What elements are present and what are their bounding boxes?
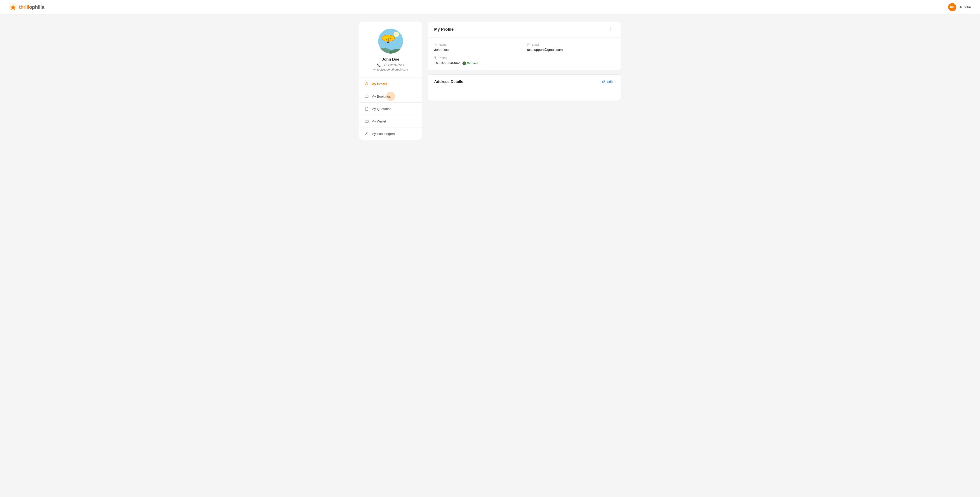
svg-point-14 (366, 132, 368, 134)
svg-point-9 (366, 83, 368, 84)
svg-point-6 (387, 41, 389, 42)
address-card-header: Address Details Edit (428, 75, 621, 89)
profile-card: My Profile ⋮ Name John Doe (428, 21, 621, 71)
sidebar-item-my-bookings[interactable]: My Bookings (359, 90, 422, 102)
phone-field-group: Phone +91 9220340562 ✓ Verified (434, 56, 522, 65)
edit-icon (602, 80, 605, 83)
sidebar-item-my-quotation[interactable]: My Quotation (359, 103, 422, 115)
content-area: My Profile ⋮ Name John Doe (428, 21, 621, 101)
profile-fields-row-1: Name John Doe Email testsupport@gmail (434, 43, 614, 51)
svg-rect-10 (365, 95, 368, 98)
email-icon: ✉ (373, 68, 376, 71)
sidebar-profile-section: John Doe 📞 +91 9220340562 ✉ testsupport@… (359, 21, 422, 78)
email-field-group: Email testsupport@gmail.com (527, 43, 614, 51)
header: thrillophilia KP Hi, John (0, 0, 980, 14)
address-card-title: Address Details (434, 80, 463, 84)
sidebar-item-my-wallet[interactable]: My Wallet (359, 115, 422, 127)
sidebar-nav: My Profile My Bookings (359, 78, 422, 140)
logo-icon (9, 3, 17, 11)
name-label: Name (434, 43, 522, 46)
nav-item-my-bookings: My Bookings (359, 90, 422, 103)
profile-card-body: Name John Doe Email testsupport@gmail (428, 38, 621, 70)
main-container: John Doe 📞 +91 9220340562 ✉ testsupport@… (355, 21, 625, 140)
avatar (378, 29, 403, 54)
sidebar-user-name: John Doe (382, 57, 399, 62)
phone-icon-field (434, 56, 438, 59)
nav-item-my-profile: My Profile (359, 78, 422, 90)
sidebar-item-my-passengers[interactable]: My Passengers (359, 127, 422, 140)
user-greeting: Hi, John (959, 5, 971, 9)
sidebar: John Doe 📞 +91 9220340562 ✉ testsupport@… (359, 21, 422, 140)
nav-item-my-quotation: My Quotation (359, 103, 422, 115)
bookings-icon (364, 94, 369, 98)
empty-field-group (527, 56, 614, 65)
more-options-button[interactable]: ⋮ (606, 26, 614, 33)
verified-badge: ✓ Verified (463, 62, 477, 65)
sidebar-user-phone: 📞 +91 9220340562 (377, 64, 404, 67)
email-value: testsupport@gmail.com (527, 48, 614, 51)
svg-point-15 (435, 44, 436, 45)
nav-item-my-wallet: My Wallet (359, 115, 422, 127)
wallet-icon (364, 119, 369, 123)
address-card: Address Details Edit (428, 74, 621, 101)
person-icon (434, 43, 438, 46)
svg-point-3 (393, 32, 399, 37)
passengers-icon (364, 132, 369, 135)
nav-item-my-passengers: My Passengers (359, 127, 422, 140)
logo[interactable]: thrillophilia (9, 3, 44, 11)
quotation-icon (364, 107, 369, 111)
sidebar-item-my-profile[interactable]: My Profile (359, 78, 422, 90)
phone-icon: 📞 (377, 64, 381, 67)
verified-check-icon: ✓ (463, 62, 466, 65)
address-card-body (428, 89, 621, 100)
name-value: John Doe (434, 48, 522, 51)
profile-fields-row-2: Phone +91 9220340562 ✓ Verified (434, 56, 614, 65)
email-label: Email (527, 43, 614, 46)
phone-value: +91 9220340562 ✓ Verified (434, 61, 522, 65)
user-menu[interactable]: KP Hi, John (948, 3, 971, 11)
profile-icon (364, 82, 369, 86)
logo-text: thrillophilia (19, 4, 44, 10)
address-edit-button[interactable]: Edit (600, 79, 614, 84)
phone-label: Phone (434, 56, 522, 59)
profile-card-title: My Profile (434, 27, 453, 32)
name-field-group: Name John Doe (434, 43, 522, 51)
email-icon-field (527, 43, 530, 46)
sidebar-user-email: ✉ testsupport@gmail.com (373, 68, 408, 71)
user-avatar: KP (948, 3, 956, 11)
profile-card-header: My Profile ⋮ (428, 21, 621, 38)
